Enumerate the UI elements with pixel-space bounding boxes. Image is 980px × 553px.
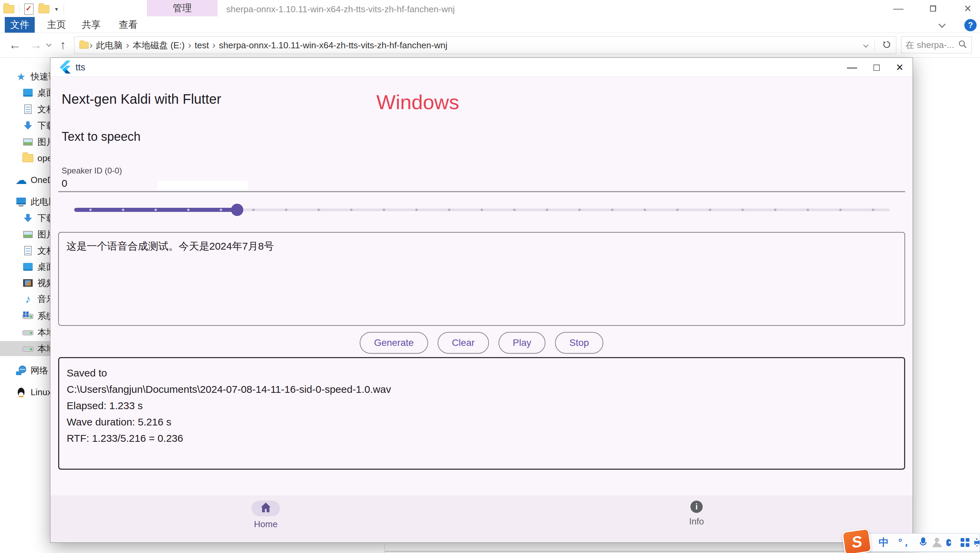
speed-slider[interactable]	[50, 201, 913, 221]
generate-button[interactable]: Generate	[360, 332, 428, 354]
minimize-icon[interactable]: —	[891, 2, 906, 15]
ribbon-tab-row: 文件 主页 共享 查看	[0, 17, 980, 33]
tts-app-window: tts — □ × Next-gen Kaldi with Flutter Wi…	[50, 57, 913, 543]
system-drive-icon	[22, 311, 33, 320]
collapse-ribbon-icon[interactable]	[940, 22, 945, 28]
folder-icon	[22, 153, 33, 163]
ime-assistant-icon[interactable]	[946, 539, 951, 546]
tab-home[interactable]: 主页	[40, 17, 73, 33]
up-icon[interactable]: ↑	[60, 38, 66, 52]
nav-home[interactable]: Home	[215, 499, 317, 529]
speaker-id-field[interactable]: 0	[62, 178, 67, 189]
help-icon[interactable]: ?	[964, 19, 977, 31]
tts-text-input[interactable]: 这是一个语音合成测试。今天是2024年7月8号	[58, 232, 905, 326]
output-line-elapsed: Elapsed: 1.233 s	[67, 397, 897, 414]
sogou-logo[interactable]: S	[842, 528, 872, 553]
toolbar-separator	[64, 4, 64, 14]
pictures-icon	[22, 137, 33, 147]
videos-icon	[22, 278, 33, 288]
ime-mic-icon[interactable]	[920, 537, 923, 548]
play-button[interactable]: Play	[498, 332, 546, 354]
local-drive-icon	[22, 328, 33, 337]
address-row: ← → ↑ › 此电脑 › 本地磁盘 (E:) › test › sherpa-…	[0, 33, 980, 58]
speaker-field-highlight	[158, 181, 248, 190]
nav-indicator	[251, 501, 280, 516]
pictures-icon	[22, 229, 33, 240]
close-icon[interactable]: ×	[960, 2, 975, 15]
breadcrumb-drive[interactable]: 本地磁盘 (E:)	[129, 40, 188, 51]
windows-annotation: Windows	[376, 91, 459, 114]
maximize-icon[interactable]: □	[866, 60, 887, 74]
stop-button[interactable]: Stop	[555, 332, 603, 354]
app-titlebar[interactable]: tts — □ ×	[50, 58, 913, 77]
forward-icon[interactable]: →	[30, 38, 42, 52]
ime-toolbar: 中 °， 2	[869, 533, 980, 551]
quick-access-toolbar: ▼	[3, 3, 64, 15]
back-icon[interactable]: ←	[9, 38, 21, 52]
slider-active-ticks	[74, 208, 237, 211]
tab-share[interactable]: 共享	[75, 17, 108, 33]
output-line-duration: Wave duration: 5.216 s	[67, 414, 897, 430]
section-title: Text to speech	[62, 130, 140, 144]
onedrive-cloud-icon: ☁	[16, 175, 27, 185]
downloads-icon	[22, 121, 33, 130]
ime-punctuation-icon[interactable]: °，	[898, 536, 910, 549]
folder-icon[interactable]	[3, 5, 14, 13]
linux-penguin-icon	[16, 387, 27, 397]
toolbar-separator	[19, 4, 19, 14]
folder-icon	[79, 42, 89, 49]
properties-icon[interactable]	[24, 3, 34, 15]
info-label: Info	[689, 516, 704, 527]
ime-chinese-mode-icon[interactable]: 中	[878, 536, 889, 550]
customize-toolbar-icon[interactable]: ▼	[54, 6, 59, 12]
action-button-row: Generate Clear Play Stop	[50, 332, 913, 354]
output-line-rtf: RTF: 1.233/5.216 = 0.236	[67, 430, 897, 447]
restore-icon[interactable]	[926, 2, 940, 15]
breadcrumb-this-pc[interactable]: 此电脑	[92, 40, 126, 51]
search-input[interactable]: 在 sherpa-...	[901, 37, 972, 53]
search-placeholder: 在 sherpa-...	[905, 39, 958, 51]
tab-view[interactable]: 查看	[112, 17, 145, 33]
app-title: tts	[76, 62, 86, 73]
desktop-icon	[22, 87, 33, 98]
documents-icon	[22, 104, 33, 114]
breadcrumb-current-folder[interactable]: sherpa-onnx-1.10.11-win-x64-zh-tts-vits-…	[215, 40, 450, 51]
network-icon	[16, 365, 27, 375]
speaker-id-label: Speaker ID (0-0)	[62, 166, 122, 175]
output-line-path: C:\Users\fangjun\Documents\2024-07-08-14…	[67, 381, 897, 397]
status-bar-divider	[385, 544, 385, 553]
page-title: Next-gen Kaldi with Flutter	[62, 92, 221, 107]
info-icon: i	[690, 501, 703, 513]
speaker-field-underline	[58, 191, 905, 192]
quick-access-star-icon: ★	[16, 72, 27, 82]
bottom-navigation-bar: Home i Info	[50, 496, 913, 542]
desktop-icon	[22, 262, 33, 272]
this-pc-icon	[16, 197, 27, 207]
tab-file[interactable]: 文件	[5, 17, 35, 33]
slider-thumb[interactable]	[231, 204, 243, 216]
nav-info[interactable]: i Info	[646, 499, 748, 527]
output-panel: Saved to C:\Users\fangjun\Documents\2024…	[58, 357, 905, 470]
refresh-icon[interactable]	[882, 40, 892, 51]
close-icon[interactable]: ×	[889, 60, 910, 74]
output-line: Saved to	[67, 365, 897, 381]
search-icon[interactable]	[958, 40, 967, 50]
manage-tab[interactable]: 管理	[147, 0, 217, 16]
downloads-icon	[22, 213, 33, 223]
minimize-icon[interactable]: —	[842, 60, 862, 74]
documents-icon	[22, 246, 33, 256]
clear-button[interactable]: Clear	[438, 332, 489, 354]
ime-settings-icon[interactable]	[974, 539, 980, 547]
ime-account-icon[interactable]: 2	[933, 538, 937, 547]
local-drive-icon	[22, 344, 33, 353]
address-bar[interactable]: › 此电脑 › 本地磁盘 (E:) › test › sherpa-onnx-1…	[74, 37, 896, 54]
new-folder-icon[interactable]	[38, 5, 49, 13]
music-icon: ♪	[22, 294, 33, 304]
recent-locations-icon[interactable]	[47, 41, 51, 47]
flutter-logo-icon	[59, 60, 72, 74]
explorer-window-title: sherpa-onnx-1.10.11-win-x64-zh-tts-vits-…	[226, 4, 455, 14]
home-label: Home	[254, 519, 277, 529]
breadcrumb-test[interactable]: test	[191, 40, 212, 51]
address-dropdown-icon[interactable]	[864, 42, 868, 48]
ime-toolbox-grid-icon[interactable]	[961, 538, 965, 547]
